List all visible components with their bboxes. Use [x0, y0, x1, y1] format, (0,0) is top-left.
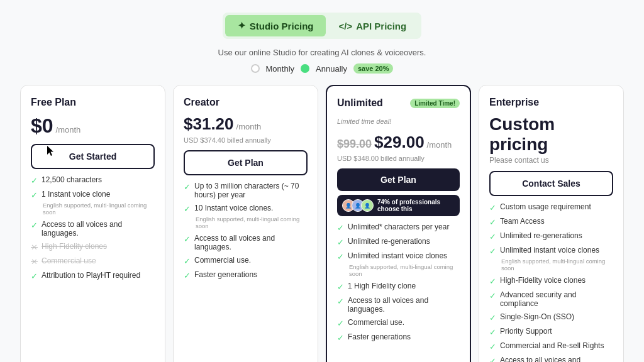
enterprise-price-block: Custom pricing Please contact us: [489, 114, 613, 165]
studio-pricing-tab[interactable]: ✦ Studio Pricing: [225, 15, 326, 36]
check-icon: ✓: [184, 182, 191, 192]
unlimited-plan-price-row: $99.00 $29.00 /month: [337, 133, 460, 152]
free-plan-features: ✓ 12,500 characters ✓ 1 Instant voice cl…: [31, 175, 155, 362]
free-plan-price-row: $0 /month: [31, 114, 155, 138]
pricing-tabs: ✦ Studio Pricing </> API Pricing: [223, 13, 421, 39]
check-icon: ✓: [489, 342, 496, 351]
page-subtitle: Use our online Studio for creating AI cl…: [218, 48, 426, 57]
check-icon: ✓: [184, 204, 191, 214]
enterprise-plan-name: Enterprise: [489, 97, 539, 108]
check-icon: ✓: [184, 271, 191, 280]
list-item: ✓ Commercial use.: [337, 318, 460, 328]
unlimited-plan-price: $29.00: [374, 133, 425, 152]
api-icon: </>: [338, 21, 352, 31]
check-icon: ✓: [337, 319, 344, 328]
list-item: ✓ Access to all voices and languages.: [489, 356, 613, 362]
api-tab-label: API Pricing: [356, 21, 406, 31]
monthly-toggle-dot[interactable]: [251, 64, 260, 73]
list-item: ✓ Unlimited re-generations: [337, 237, 460, 247]
cross-icon: ✕: [31, 243, 38, 252]
list-item: ✓ Advanced security and compliance: [489, 290, 613, 308]
limited-time-badge: Limited Time!: [410, 99, 460, 108]
feature-note: English supported, multi-lingual coming …: [196, 216, 308, 229]
list-item: ✓ Up to 3 million characters (~ 70 hours…: [184, 182, 308, 199]
check-icon: ✓: [337, 252, 344, 261]
check-icon: ✓: [489, 313, 496, 322]
list-item: ✓ Single-Sign-On (SSO): [489, 312, 613, 322]
avatar-group: 👤 👤 👤: [342, 199, 374, 212]
save-badge: save 20%: [353, 63, 394, 74]
unlimited-plan-header: Unlimited Limited Time!: [337, 97, 460, 109]
check-icon: ✓: [489, 291, 496, 300]
list-item: ✓ Commercial use.: [184, 256, 308, 266]
check-icon: ✓: [489, 327, 496, 337]
check-icon: ✓: [489, 232, 496, 241]
check-icon: ✓: [184, 256, 191, 266]
unlimited-original-price: $99.00: [337, 138, 372, 151]
unlimited-plan-name: Unlimited: [337, 97, 383, 109]
creator-annual-note: USD $374.40 billed annually: [184, 136, 308, 144]
studio-icon: ✦: [238, 20, 246, 31]
creator-plan-cta[interactable]: Get Plan: [184, 150, 308, 175]
list-item: ✓ Team Access: [489, 217, 613, 227]
list-item: ✕ Commercial use: [31, 256, 155, 266]
enterprise-price-label: Custom pricing: [489, 114, 613, 155]
unlimited-plan-cta[interactable]: Get Plan: [337, 168, 460, 191]
list-item: ✓ 10 Instant voice clones.: [184, 204, 308, 214]
social-proof-text: 74% of professionals choose this: [377, 199, 455, 212]
list-item: ✓ Custom usage requirement: [489, 202, 613, 212]
enterprise-plan-cta[interactable]: Contact Sales: [489, 171, 613, 196]
check-icon: ✓: [31, 272, 38, 281]
creator-plan-header: Creator: [184, 97, 308, 108]
unlimited-plan-period: /month: [427, 140, 452, 150]
creator-plan-price-row: $31.20 /month: [184, 114, 308, 134]
creator-plan-price: $31.20: [184, 114, 234, 134]
list-item: ✓ Unlimited re-generations: [489, 231, 613, 241]
avatar: 👤: [361, 199, 374, 212]
list-item: ✓ 12,500 characters: [31, 175, 155, 185]
list-item: ✓ Commercial and Re-sell Rights: [489, 341, 613, 351]
cross-icon: ✕: [31, 257, 38, 266]
list-item: ✓ Faster generations: [184, 270, 308, 280]
enterprise-plan-card: Enterprise Custom pricing Please contact…: [479, 85, 624, 362]
check-icon: ✓: [337, 333, 344, 343]
check-icon: ✓: [489, 246, 496, 256]
list-item: ✓ Access to all voices and languages.: [31, 220, 155, 238]
enterprise-price-sub: Please contact us: [489, 156, 613, 165]
check-icon: ✓: [337, 223, 344, 233]
annually-toggle-dot[interactable]: [301, 64, 309, 73]
annually-label[interactable]: Annually: [316, 64, 347, 74]
list-item: ✓ Faster generations: [337, 332, 460, 343]
plans-grid: Free Plan $0 /month Get Started ✓ 12,500…: [20, 85, 624, 362]
list-item: ✓ 1 High Fidelity clone: [337, 282, 460, 292]
list-item: ✓ Attribution to PlayHT required: [31, 271, 155, 281]
studio-tab-label: Studio Pricing: [250, 21, 314, 31]
list-item: ✓ Access to all voices and languages.: [184, 234, 308, 251]
check-icon: ✓: [337, 282, 344, 292]
list-item: ✓ Unlimited instant voice clones: [337, 251, 460, 261]
check-icon: ✓: [31, 221, 38, 230]
social-proof-bar: 👤 👤 👤 74% of professionals choose this: [337, 195, 460, 216]
limited-deal-text: Limited time deal!: [337, 115, 460, 126]
free-plan-card: Free Plan $0 /month Get Started ✓ 12,500…: [20, 85, 165, 362]
free-plan-cta[interactable]: Get Started: [31, 144, 155, 169]
free-plan-name: Free Plan: [31, 97, 76, 108]
api-pricing-tab[interactable]: </> API Pricing: [326, 15, 419, 36]
list-item: ✓ Unlimited instant voice clones: [489, 246, 613, 256]
list-item: ✕ High Fidelity clones: [31, 242, 155, 252]
creator-plan-card: Creator $31.20 /month USD $374.40 billed…: [173, 85, 318, 362]
enterprise-plan-features: ✓ Custom usage requirement ✓ Team Access…: [489, 202, 613, 362]
list-item: ✓ Priority Support: [489, 327, 613, 337]
check-icon: ✓: [31, 190, 38, 200]
enterprise-plan-header: Enterprise: [489, 97, 613, 108]
check-icon: ✓: [489, 217, 496, 227]
billing-toggle: Monthly Annually save 20%: [251, 63, 394, 74]
unlimited-plan-card: Unlimited Limited Time! Limited time dea…: [326, 85, 471, 362]
feature-note: English supported, multi-lingual coming …: [43, 202, 155, 216]
monthly-label[interactable]: Monthly: [266, 64, 295, 74]
free-plan-price: $0: [31, 114, 53, 138]
check-icon: ✓: [489, 203, 496, 212]
list-item: ✓ Access to all voices and languages.: [337, 296, 460, 314]
creator-plan-period: /month: [236, 122, 262, 131]
feature-note: English supported, multi-lingual coming …: [501, 258, 613, 272]
